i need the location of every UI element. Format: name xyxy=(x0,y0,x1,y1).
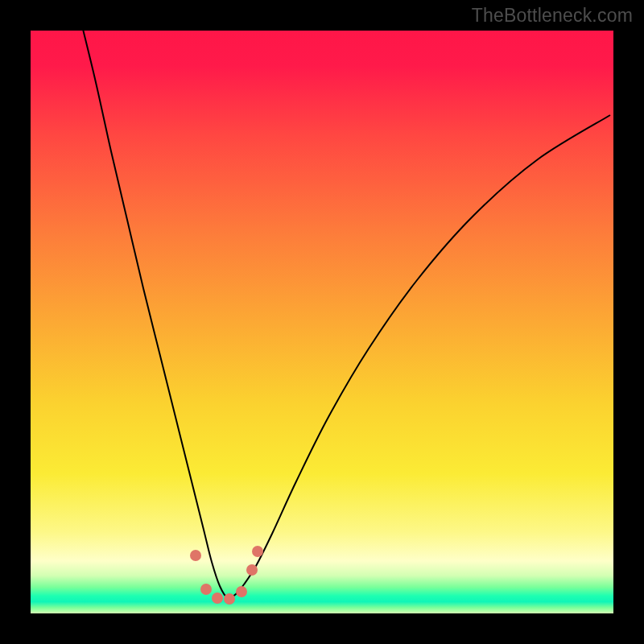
trough-marker-dot xyxy=(246,564,258,576)
trough-marker-dot xyxy=(236,586,247,597)
chart-frame: TheBottleneck.com xyxy=(0,0,644,644)
trough-marker-dot xyxy=(200,584,212,595)
trough-marker-dot xyxy=(190,550,201,561)
curve-layer xyxy=(31,31,613,613)
watermark-text: TheBottleneck.com xyxy=(472,5,633,27)
bottleneck-curve xyxy=(77,6,610,598)
trough-marker-dot xyxy=(224,593,235,605)
trough-marker-dot xyxy=(252,546,263,557)
trough-markers xyxy=(190,546,263,605)
trough-marker-dot xyxy=(212,592,223,604)
